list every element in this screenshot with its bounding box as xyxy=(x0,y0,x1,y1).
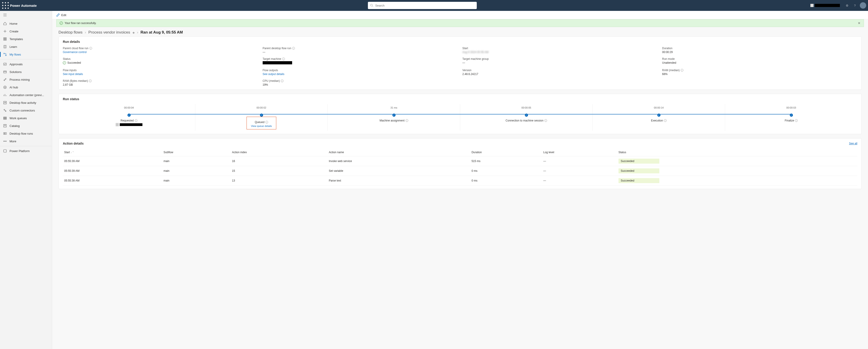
info-icon[interactable]: i xyxy=(664,119,666,122)
stage-dot-icon: ✓ xyxy=(657,113,660,117)
value: Unattended xyxy=(662,61,857,64)
cell-duration: 515 ms xyxy=(470,156,542,166)
view-queue-details-link[interactable]: View queue details xyxy=(251,125,272,127)
info-icon[interactable]: i xyxy=(681,69,683,72)
nav-item-work-queues[interactable]: Work queues xyxy=(0,114,52,122)
search-input[interactable] xyxy=(368,2,477,9)
info-icon[interactable]: i xyxy=(135,119,137,122)
table-row[interactable]: 05:55:39 AMmain15Set variable0 ms—Succee… xyxy=(63,166,857,176)
highlighted-stage: Queued iView queue details xyxy=(247,117,276,129)
nav-item-my-flows[interactable]: My flows xyxy=(0,50,52,58)
nav-item-approvals[interactable]: Approvals xyxy=(0,60,52,68)
nav-item-catalog[interactable]: Catalog xyxy=(0,122,52,130)
cell-index: 15 xyxy=(231,166,328,176)
nav-item-ai-hub[interactable]: AI hub xyxy=(0,83,52,91)
value[interactable]: See input details xyxy=(63,72,258,76)
nav-power-platform[interactable]: Power Platform xyxy=(0,147,52,155)
value[interactable]: Governance control xyxy=(63,50,258,54)
cell-status: Succeeded xyxy=(617,166,857,176)
nav-item-more[interactable]: More xyxy=(0,137,52,145)
success-check-icon: ✓ xyxy=(60,22,63,25)
value[interactable]: See output details xyxy=(262,72,458,76)
info-icon[interactable]: i xyxy=(266,121,268,124)
col-subflow[interactable]: Subflow xyxy=(162,148,231,156)
info-icon[interactable]: i xyxy=(89,79,92,82)
table-row[interactable]: 05:55:39 AMmain16Invoke web service515 m… xyxy=(63,156,857,166)
environment-name xyxy=(815,4,840,7)
crumb-current: Ran at Aug 9, 05:55 AM xyxy=(141,30,183,35)
cell-status: Succeeded xyxy=(617,176,857,185)
user-avatar[interactable] xyxy=(860,2,866,9)
stage-duration: 00:00:04 xyxy=(64,106,194,109)
cell-log: — xyxy=(542,176,617,185)
status-badge: Succeeded xyxy=(619,159,659,164)
search-field[interactable] xyxy=(375,4,474,7)
crumb-desktop-flows[interactable]: Desktop flows xyxy=(59,30,83,35)
label: Run mode xyxy=(662,57,857,61)
svg-line-10 xyxy=(372,6,373,7)
app-launcher-icon[interactable] xyxy=(2,2,9,9)
nav-item-custom-connectors[interactable]: Custom connectors xyxy=(0,106,52,114)
nav-item-automation-center-previ-[interactable]: Automation center (previ... xyxy=(0,91,52,99)
crumb-flow-name[interactable]: Process vendor invoices xyxy=(89,30,130,35)
col-start[interactable]: Start↓ ˅ xyxy=(63,148,162,156)
info-icon[interactable]: i xyxy=(795,119,798,122)
stage-name: Connection to machine session i xyxy=(461,119,591,122)
nav-label: Approvals xyxy=(9,63,23,66)
svg-point-2 xyxy=(7,2,9,3)
see-all-link[interactable]: See all xyxy=(849,142,857,145)
nav-label: More xyxy=(9,140,16,143)
kv-ram-bytes: RAM (Bytes median) i2,87 GB xyxy=(63,79,258,86)
col-log-level[interactable]: Log level xyxy=(542,148,617,156)
nav-label: AI hub xyxy=(9,86,18,89)
svg-point-25 xyxy=(4,80,5,81)
check-icon: ✓ xyxy=(63,61,66,64)
help-icon[interactable]: ? xyxy=(852,3,858,8)
nav-item-learn[interactable]: Learn xyxy=(0,43,52,50)
cell-status: Succeeded xyxy=(617,156,857,166)
stage-dot-icon: ✓ xyxy=(260,113,263,117)
settings-icon[interactable]: ⚙ xyxy=(844,3,850,8)
banner-close-button[interactable]: ✕ xyxy=(858,21,861,25)
nav-collapse-button[interactable] xyxy=(0,11,52,20)
info-icon[interactable]: i xyxy=(544,119,547,122)
nav-item-desktop-flow-runs[interactable]: Desktop flow runs xyxy=(0,130,52,137)
stage-dot-icon: ✓ xyxy=(525,113,528,117)
info-icon[interactable]: i xyxy=(292,47,295,49)
ai-icon xyxy=(3,85,7,89)
svg-rect-18 xyxy=(4,39,5,40)
run-details-card: Run details Parent cloud flow run iGover… xyxy=(59,36,862,90)
stage-dot-icon: ✓ xyxy=(790,113,793,117)
nav-label: Automation center (previ... xyxy=(9,93,44,97)
cell-action: Set variable xyxy=(328,166,470,176)
power-platform-icon xyxy=(3,149,7,153)
nav-item-process-mining[interactable]: Process mining xyxy=(0,76,52,83)
svg-point-7 xyxy=(5,7,6,9)
nav-label: Create xyxy=(9,30,19,33)
nav-label: Desktop flow activity xyxy=(9,101,36,104)
svg-rect-39 xyxy=(4,119,6,119)
col-action-index[interactable]: Action index xyxy=(231,148,328,156)
nav-label: Power Platform xyxy=(9,149,30,153)
nav-item-solutions[interactable]: Solutions xyxy=(0,68,52,76)
more-icon xyxy=(3,139,7,143)
svg-rect-33 xyxy=(4,101,6,104)
nav-item-templates[interactable]: Templates xyxy=(0,35,52,43)
status-badge: Succeeded xyxy=(619,168,659,173)
nav-item-desktop-flow-activity[interactable]: Desktop flow activity xyxy=(0,99,52,106)
col-status[interactable]: Status xyxy=(617,148,857,156)
col-duration[interactable]: Duration xyxy=(470,148,542,156)
info-icon[interactable]: i xyxy=(281,79,283,82)
table-row[interactable]: 05:55:38 AMmain13Parse text0 ms—Succeede… xyxy=(63,176,857,185)
col-action-name[interactable]: Action name xyxy=(328,148,470,156)
info-icon[interactable]: i xyxy=(89,47,92,49)
environment-picker[interactable] xyxy=(808,4,842,7)
edit-button[interactable]: Edit xyxy=(56,13,66,17)
label: Duration xyxy=(662,47,857,50)
info-icon[interactable]: i xyxy=(406,119,408,122)
info-icon[interactable]: i xyxy=(282,58,285,60)
label: Target machine i xyxy=(262,57,458,61)
stage-name: Execution i xyxy=(594,119,724,122)
nav-item-home[interactable]: Home xyxy=(0,20,52,27)
nav-item-create[interactable]: Create xyxy=(0,27,52,35)
